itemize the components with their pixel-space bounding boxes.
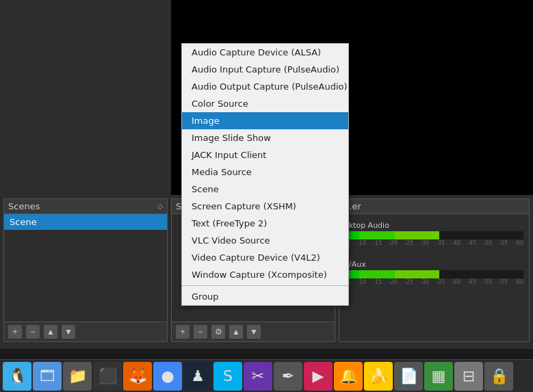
menu-item-audio-output-pulse[interactable]: Audio Output Capture (PulseAudio) [182, 78, 348, 95]
scenes-up-button[interactable]: ▲ [44, 325, 57, 339]
mixer-channel-aux-label: c/Aux [345, 260, 523, 269]
sources-up-button[interactable]: ▲ [229, 325, 243, 339]
scenes-expand-icon[interactable]: ◇ [157, 202, 163, 210]
steam-icon[interactable]: ♟ [183, 362, 212, 391]
mixer-panel-header: ...er [339, 199, 529, 214]
mixer-bar-desktop [345, 231, 523, 239]
sources-down-button[interactable]: ▼ [247, 325, 261, 339]
menu-item-image[interactable]: Image [182, 112, 348, 129]
scenes-down-button[interactable]: ▼ [62, 325, 75, 339]
menu-item-text-freetype2[interactable]: Text (FreeType 2) [182, 215, 348, 232]
menu-item-video-capture-v4l2[interactable]: Video Capture Device (V4L2) [182, 249, 348, 266]
scenes-panel-title: Scenes [8, 201, 40, 211]
mixer-channel-desktop: sktop Audio -5 -10 -15 -20 -25 -30 -35 -… [339, 218, 529, 249]
menu-item-media-source[interactable]: Media Source [182, 164, 348, 181]
menu-item-group[interactable]: Group [182, 288, 348, 305]
mixer-channel-desktop-label: sktop Audio [345, 221, 523, 230]
context-menu: Audio Capture Device (ALSA)Audio Input C… [181, 43, 349, 306]
scenes-remove-button[interactable]: − [26, 325, 40, 339]
sources-toolbar: + − ⚙ ▲ ▼ [172, 322, 335, 341]
mixer-panel-content: sktop Audio -5 -10 -15 -20 -25 -30 -35 -… [339, 214, 529, 341]
banana-icon[interactable]: 🍌 [364, 362, 393, 391]
scenes-panel-header: Scenes ◇ [4, 199, 167, 214]
mixer-channel-aux: c/Aux -5 -10 -15 -20 -25 -30 -35 -40 -4 [339, 257, 529, 288]
inkscape-icon[interactable]: ✒ [274, 362, 302, 391]
taskbar: 🐧🗔📁⬛🦊●♟S✂✒▶🔔🍌📄▦⊟🔒 [0, 359, 533, 392]
text-editor-icon[interactable]: 📄 [394, 362, 423, 391]
sublime-icon[interactable]: ▦ [424, 362, 453, 391]
mixer-bar-aux [345, 270, 523, 278]
menu-separator [182, 285, 348, 286]
skype-icon[interactable]: S [213, 362, 242, 391]
sources-add-button[interactable]: + [176, 325, 190, 339]
start-menu-icon[interactable]: 🐧 [3, 362, 31, 391]
menu-item-window-capture-xcomp[interactable]: Window Capture (Xcomposite) [182, 266, 348, 283]
scenes-add-button[interactable]: + [8, 325, 22, 339]
app17-icon[interactable]: 🔒 [484, 362, 513, 391]
shutter-icon[interactable]: ✂ [244, 362, 272, 391]
menu-item-scene[interactable]: Scene [182, 181, 348, 198]
scenes-panel: Scenes ◇ Scene + − ▲ ▼ [3, 198, 168, 342]
terminal-icon[interactable]: ⬛ [93, 362, 122, 391]
scene-item[interactable]: Scene [4, 214, 167, 230]
media-icon[interactable]: ▶ [304, 362, 333, 391]
window-manager-icon[interactable]: 🗔 [33, 362, 62, 391]
menu-item-vlc-video-source[interactable]: VLC Video Source [182, 232, 348, 249]
scenes-toolbar: + − ▲ ▼ [4, 322, 167, 341]
menu-item-image-slide-show[interactable]: Image Slide Show [182, 129, 348, 146]
sources-settings-button[interactable]: ⚙ [211, 325, 225, 339]
app16-icon[interactable]: ⊟ [454, 362, 483, 391]
file-manager-icon[interactable]: 📁 [63, 362, 92, 391]
firefox-icon[interactable]: 🦊 [123, 362, 152, 391]
sources-remove-button[interactable]: − [194, 325, 207, 339]
menu-item-screen-capture-xshm[interactable]: Screen Capture (XSHM) [182, 198, 348, 215]
vlc-icon[interactable]: 🔔 [334, 362, 363, 391]
menu-item-jack-input-client[interactable]: JACK Input Client [182, 146, 348, 164]
mixer-panel: ...er sktop Audio -5 -10 -15 -20 -25 -30 [339, 198, 530, 342]
scenes-panel-content: Scene [4, 214, 167, 322]
chrome-icon[interactable]: ● [153, 362, 182, 391]
menu-item-color-source[interactable]: Color Source [182, 95, 348, 112]
menu-item-audio-capture-alsa[interactable]: Audio Capture Device (ALSA) [182, 44, 348, 61]
menu-item-audio-input-pulse[interactable]: Audio Input Capture (PulseAudio) [182, 61, 348, 78]
